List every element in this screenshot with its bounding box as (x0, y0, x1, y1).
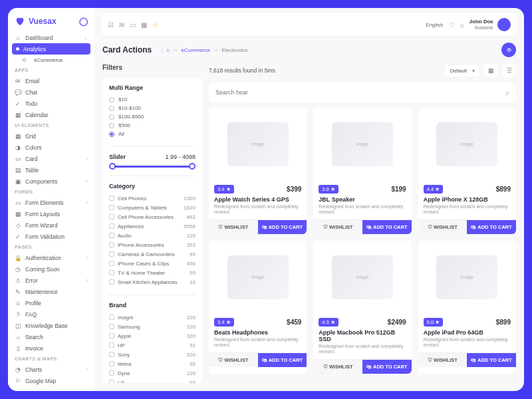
chevron-down-icon: ⌄ (84, 35, 88, 41)
filter-checkbox-row[interactable]: Dyne120 (109, 368, 196, 378)
nav-invoice[interactable]: ▯Invoice (8, 342, 94, 354)
add-to-cart-button[interactable]: 🛍 ADD TO CART (258, 220, 307, 234)
wishlist-button[interactable]: ♡ WISHLIST (418, 353, 467, 367)
filter-checkbox-row[interactable]: Sony520 (109, 350, 196, 359)
product-price: $459 (287, 319, 301, 326)
bell-icon[interactable]: ♡ (449, 21, 455, 29)
product-image[interactable]: image (209, 108, 307, 181)
nav-error[interactable]: ⚠Error› (8, 275, 94, 286)
nav-form-wizard[interactable]: ◇Form Wizard (8, 219, 94, 231)
add-to-cart-button[interactable]: 🛍 ADD TO CART (467, 353, 516, 367)
slider-thumb-max[interactable] (189, 163, 196, 170)
filter-checkbox-row[interactable]: Audio120 (109, 231, 196, 240)
nav-form-validation[interactable]: ✓Form Validation (8, 231, 94, 242)
product-image[interactable]: image (313, 241, 411, 314)
nav-calendar[interactable]: ▦Calendar (8, 109, 94, 120)
brand-logo[interactable]: Vuesax ◯ (8, 13, 94, 32)
range-option[interactable]: $10 (109, 95, 196, 104)
nav-email[interactable]: ✉Email (8, 75, 94, 86)
product-name[interactable]: Apple iPad Pro 64GB (424, 329, 511, 336)
add-to-cart-button[interactable]: 🛍 ADD TO CART (362, 220, 412, 234)
box-icon: ▣ (15, 178, 21, 185)
filter-checkbox-row[interactable]: Metra55 (109, 359, 196, 368)
nav-profile[interactable]: ☺Profile (8, 297, 94, 309)
nav-search[interactable]: ⌕Search (8, 331, 94, 342)
nav-components[interactable]: ▣Components› (8, 176, 94, 187)
product-name[interactable]: Beats Headphones (214, 329, 301, 336)
mail-icon[interactable]: ▭ (130, 21, 136, 29)
settings-button[interactable]: ⚙ (501, 43, 516, 57)
filter-checkbox-row[interactable]: Cell Phones1920 (109, 194, 196, 203)
product-name[interactable]: Apple Macbook Pro 512GB SSD (319, 329, 406, 342)
message-icon[interactable]: ✉ (119, 21, 124, 29)
search-icon[interactable]: ⌕ (505, 89, 509, 96)
wishlist-button[interactable]: ♡ WISHLIST (418, 220, 467, 234)
nav-charts[interactable]: ◔Charts› (8, 364, 94, 375)
nav-kb[interactable]: ◫Knowledge Base (8, 320, 94, 331)
filter-checkbox-row[interactable]: Computers & Tablets1820 (109, 203, 196, 212)
product-desc: Redesigned from scratch and completely r… (319, 204, 406, 215)
range-option[interactable]: $100-$500 (109, 112, 196, 121)
nav-dashboard[interactable]: ⌂Dashboard⌄ (8, 32, 94, 43)
wishlist-button[interactable]: ♡ WISHLIST (313, 220, 362, 234)
nav-coming[interactable]: ◷Coming Soon (8, 263, 94, 275)
filter-checkbox-row[interactable]: LG98 (109, 378, 196, 383)
search-top-icon[interactable]: ⌕ (460, 21, 464, 29)
wishlist-button[interactable]: ♡ WISHLIST (209, 353, 258, 367)
filter-checkbox-row[interactable]: Apple320 (109, 331, 196, 340)
search-input[interactable] (215, 89, 505, 96)
nav-grid[interactable]: ▦Grid (8, 130, 94, 142)
wishlist-button[interactable]: ♡ WISHLIST (209, 220, 258, 234)
star-icon[interactable]: ☆ (152, 21, 158, 29)
nav-ecommerce[interactable]: eCommerce (8, 55, 94, 65)
crumb-ecommerce[interactable]: eCommerce (181, 47, 210, 53)
nav-analytics[interactable]: Analytics (12, 43, 90, 55)
nav-header-charts: CHARTS & MAPS (8, 354, 94, 364)
filter-checkbox-row[interactable]: HP32 (109, 340, 196, 350)
product-name[interactable]: Apple iPhone X 128GB (424, 196, 511, 203)
sort-dropdown[interactable]: Default (445, 65, 479, 76)
nav-maint[interactable]: ✎Maintenence (8, 286, 94, 297)
price-slider[interactable] (111, 166, 194, 168)
nav-table[interactable]: ▤Table (8, 164, 94, 176)
nav-auth[interactable]: 🔒Authentication› (8, 252, 94, 263)
nav-card[interactable]: ▭Card› (8, 153, 94, 164)
range-option[interactable]: All (109, 130, 196, 138)
filter-checkbox-row[interactable]: Samsung120 (109, 322, 196, 331)
range-option[interactable]: $500 (109, 121, 196, 130)
product-name[interactable]: JBL Speaker (319, 196, 406, 203)
add-to-cart-button[interactable]: 🛍 ADD TO CART (362, 360, 412, 374)
product-image[interactable]: image (418, 108, 516, 181)
filter-checkbox-row[interactable]: Insigni220 (109, 313, 196, 322)
nav-chat[interactable]: 💬Chat (8, 86, 94, 98)
check-square-icon[interactable]: ☑ (108, 21, 114, 29)
home-crumb-icon[interactable]: ⌂ (166, 47, 170, 53)
nav-gmap[interactable]: ⚐Google Map (8, 375, 94, 386)
slider-thumb-min[interactable] (109, 163, 116, 170)
range-option[interactable]: $10-$100 (109, 104, 196, 112)
nav-colors[interactable]: ◑Colors (8, 142, 94, 153)
product-name[interactable]: Apple Watch Series 4 GPS (214, 196, 301, 203)
language-selector[interactable]: English (426, 22, 443, 28)
filter-checkbox-row[interactable]: Small Kitchen Appliances10 (109, 277, 196, 287)
nav-form-elements[interactable]: ▭Form Elements› (8, 197, 94, 208)
wishlist-button[interactable]: ♡ WISHLIST (313, 360, 362, 374)
product-image[interactable]: image (313, 108, 411, 181)
filter-checkbox-row[interactable]: Appliances6556 (109, 221, 196, 231)
user-menu[interactable]: John DoeAvailable (469, 18, 511, 31)
filter-checkbox-row[interactable]: TV & Home Theater55 (109, 268, 196, 277)
product-image[interactable]: image (418, 241, 516, 314)
calendar-icon[interactable]: ▦ (141, 21, 147, 29)
filter-checkbox-row[interactable]: iPhone Accessories353 (109, 240, 196, 249)
grid-view-button[interactable]: ▦ (484, 64, 497, 77)
filter-checkbox-row[interactable]: Cameras & Camcorders45 (109, 249, 196, 259)
add-to-cart-button[interactable]: 🛍 ADD TO CART (258, 353, 307, 367)
nav-faq[interactable]: ?FAQ (8, 309, 94, 320)
filter-checkbox-row[interactable]: iPhone Cases & Clips456 (109, 259, 196, 268)
product-image[interactable]: image (209, 241, 307, 314)
nav-form-layouts[interactable]: ▦Form Layouts (8, 208, 94, 219)
list-view-button[interactable]: ☰ (503, 64, 516, 77)
nav-todo[interactable]: ✓Todo (8, 98, 94, 109)
filter-checkbox-row[interactable]: Cell Phone Accessories462 (109, 212, 196, 221)
add-to-cart-button[interactable]: 🛍 ADD TO CART (467, 220, 516, 234)
